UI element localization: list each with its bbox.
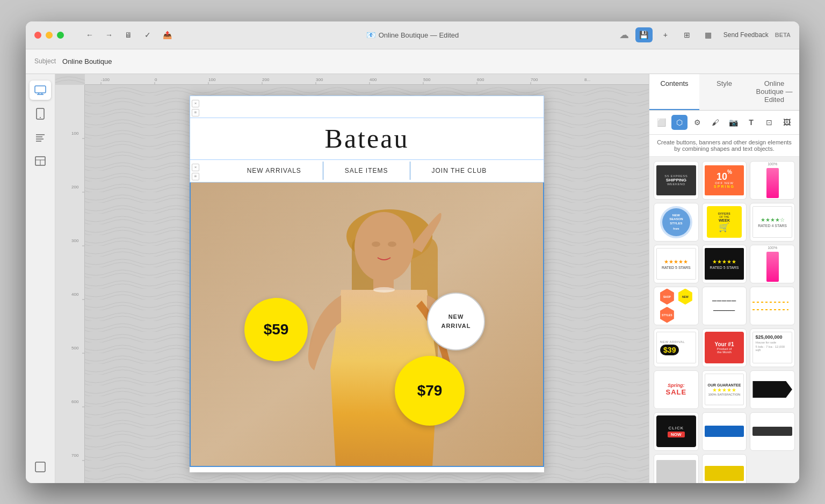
sidebar-mobile-icon[interactable] — [30, 104, 51, 123]
tool-rect[interactable]: ⬜ — [654, 115, 669, 130]
row-controls-1: × ≡ — [190, 98, 201, 118]
email-brand-title: Bateau — [325, 123, 409, 154]
shape-shipping[interactable]: SS EXPRESS SHIPPING WEEKEND — [654, 161, 699, 200]
send-feedback-label[interactable]: Send Feedback — [723, 31, 769, 39]
shape-extra-1[interactable] — [654, 454, 699, 483]
doc-icon: 📧 — [366, 31, 375, 39]
svg-text:400: 400 — [370, 77, 377, 82]
shape-offers-week[interactable]: OFFERS OF THE WEEK 🛒 — [702, 203, 747, 242]
email-document: × ≡ Bateau × ≡ — [190, 96, 544, 472]
tab-teamwork[interactable]: Online Boutique — Edited — [749, 74, 799, 110]
subject-value: Online Boutique — [62, 57, 112, 65]
shape-product-month[interactable]: Your #1 Product of the Month — [702, 328, 747, 367]
shape-pink-bar-1[interactable]: 100% — [750, 161, 795, 200]
email-canvas[interactable]: × ≡ Bateau × ≡ — [85, 85, 649, 483]
close-row-btn[interactable]: × — [192, 100, 199, 107]
svg-text:500: 500 — [71, 345, 79, 350]
add-section-btn[interactable]: + — [657, 27, 674, 42]
shape-dividers-dots[interactable] — [750, 287, 795, 325]
svg-point-60 — [388, 242, 396, 247]
shape-dividers-dark[interactable]: ━━━━━━━━━━ ━━━━━━━━━━ — [702, 287, 747, 325]
svg-text:0: 0 — [155, 77, 157, 82]
maximize-button[interactable] — [57, 32, 64, 39]
shape-click-now[interactable]: CLICK NOW — [654, 412, 699, 451]
shape-rated-5-white[interactable]: ★★★★★ RATED 5 STARS — [654, 245, 699, 283]
shape-rated-5-black[interactable]: ★★★★★ RATED 5 STARS — [702, 245, 747, 283]
shape-property-listing[interactable]: $25,000,000 House for sale 5 bds · 7 ba … — [750, 328, 795, 367]
subject-label: Subject — [34, 57, 56, 65]
price-badge-59: $59 — [244, 298, 308, 361]
right-panel: Contents Style Online Boutique — Edited … — [649, 74, 799, 483]
shape-hexagons-shopnew[interactable]: SHOP STYLES NEW — [654, 287, 699, 325]
nav-item-new-arrivals[interactable]: NEW ARRIVALS — [226, 162, 323, 180]
layout-btn[interactable]: ⊞ — [678, 27, 696, 42]
row-controls-2: × ≡ — [190, 162, 201, 182]
svg-text:-100: -100 — [101, 77, 110, 82]
shape-new-arrival-price[interactable]: NEW ARRIVAL $39 — [654, 328, 699, 367]
svg-text:200: 200 — [262, 77, 270, 82]
tool-settings[interactable]: ⚙ — [690, 115, 705, 130]
send-button[interactable]: 📤 — [158, 27, 176, 42]
traffic-lights — [34, 32, 64, 39]
title-bar-toolbar: ← → 🖥 ✓ 📤 — [81, 27, 176, 42]
forward-button[interactable]: → — [100, 27, 118, 42]
panel-toolbar: ⬜ ⬡ ⚙ 🖌 📷 T ⊡ 🖼 — [649, 111, 799, 135]
menu-row-btn[interactable]: ≡ — [192, 109, 199, 116]
nav-item-sale-items[interactable]: SALE ITEMS — [323, 162, 410, 180]
tool-brush[interactable]: 🖌 — [707, 115, 723, 130]
tool-select[interactable]: ⊡ — [761, 115, 777, 130]
shape-arrow-banner[interactable] — [750, 370, 795, 409]
menu-nav-btn[interactable]: ≡ — [192, 173, 199, 180]
canvas-area[interactable]: -100 0 100 200 300 400 500 600 7 — [55, 74, 649, 483]
tab-style[interactable]: Style — [699, 74, 749, 110]
email-hero-row[interactable]: $59 $79 NEW ARRIVAL — [190, 182, 544, 467]
shape-10off[interactable]: 10% OFF NEW SPRING — [702, 161, 747, 200]
svg-rect-36 — [55, 85, 85, 483]
sidebar-text-icon[interactable] — [30, 128, 51, 147]
shapes-grid: SS EXPRESS SHIPPING WEEKEND 10% OFF NEW … — [649, 157, 799, 483]
svg-text:500: 500 — [423, 77, 431, 82]
svg-point-5 — [40, 117, 41, 118]
tab-contents[interactable]: Contents — [649, 74, 699, 110]
close-nav-btn[interactable]: × — [192, 164, 199, 171]
svg-text:8...: 8... — [584, 77, 590, 82]
title-bar-right: ☁ 💾 + ⊞ ▦ Send Feedback BETA — [619, 27, 791, 42]
svg-point-58 — [373, 287, 395, 293]
shape-spring-sale[interactable]: Spring: SALE — [654, 370, 699, 409]
svg-point-59 — [372, 242, 380, 247]
shape-extra-2[interactable] — [702, 454, 747, 483]
svg-text:400: 400 — [71, 291, 79, 296]
email-nav: NEW ARRIVALS SALE ITEMS JOIN THE CLUB — [190, 162, 544, 180]
shape-new-season[interactable]: NEW SEASON STYLES from — [654, 203, 699, 242]
close-button[interactable] — [34, 32, 41, 39]
sidebar-layout-icon[interactable] — [30, 151, 51, 171]
shape-guarantee[interactable]: OUR GUARANTEE ★★★★★ 100% SATISFACTION — [702, 370, 747, 409]
tool-image[interactable]: 🖼 — [779, 115, 795, 130]
svg-text:700: 700 — [71, 452, 79, 457]
sidebar-add-icon[interactable] — [30, 457, 51, 477]
title-bar-center: 📧 Online Boutique — Edited — [366, 31, 459, 39]
tool-shape[interactable]: ⬡ — [671, 115, 687, 130]
svg-point-56 — [354, 212, 414, 282]
shape-blue-rect[interactable] — [702, 412, 747, 451]
minimize-button[interactable] — [46, 32, 53, 39]
back-button[interactable]: ← — [81, 27, 98, 42]
nav-item-join-club[interactable]: JOIN THE CLUB — [410, 162, 509, 180]
svg-text:300: 300 — [316, 77, 323, 82]
tool-camera[interactable]: 📷 — [726, 115, 741, 130]
svg-text:200: 200 — [71, 184, 79, 189]
check-button[interactable]: ✓ — [139, 27, 156, 42]
preview-button[interactable]: 🖥 — [120, 27, 137, 42]
grid-btn[interactable]: ▦ — [700, 27, 717, 42]
save-icon-btn[interactable]: 💾 — [635, 27, 653, 42]
svg-text:100: 100 — [71, 130, 79, 135]
shape-rated-4stars[interactable]: ★★★★☆ RATED 4 STARS — [750, 203, 795, 242]
email-header-row: × ≡ — [190, 96, 544, 118]
beta-badge: BETA — [775, 32, 791, 38]
shape-dark-rect[interactable] — [750, 412, 795, 451]
shape-pink-bar-2[interactable]: 100% — [750, 245, 795, 283]
right-toolbar-icons: 💾 + ⊞ ▦ — [635, 27, 717, 42]
sidebar-desktop-icon[interactable] — [30, 81, 51, 100]
svg-rect-0 — [35, 86, 46, 93]
tool-text[interactable]: T — [743, 115, 759, 130]
